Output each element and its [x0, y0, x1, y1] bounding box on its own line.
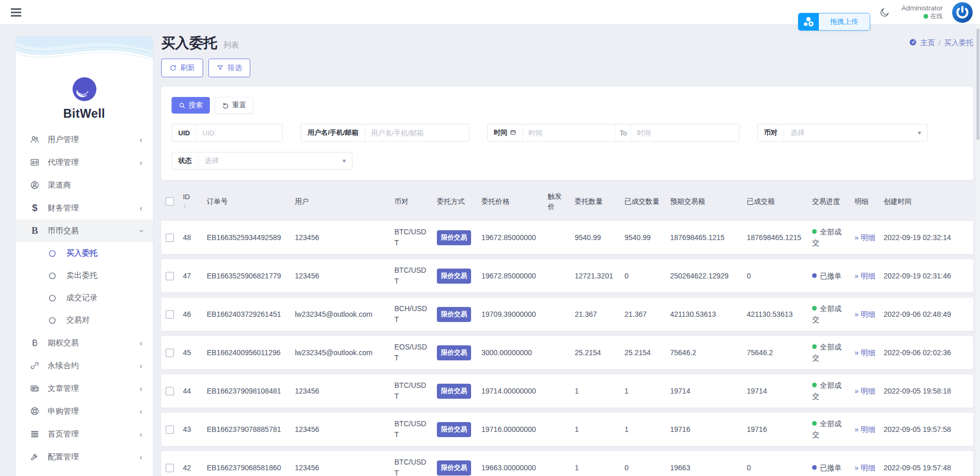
- detail-link[interactable]: » 明细: [855, 425, 875, 433]
- sidebar: BitWell 用户管理 ‹ 代理管理 ‹ 渠道商 $ 财务管理 ‹ B 币币交…: [16, 36, 153, 476]
- detail-link[interactable]: » 明细: [855, 272, 875, 280]
- sidebar-item-article-management[interactable]: 文章管理 ‹: [16, 377, 153, 400]
- sidebar-item-options-trading[interactable]: 期权交易 ‹: [16, 331, 153, 354]
- sidebar-item-finance-management[interactable]: $ 财务管理 ‹: [16, 197, 153, 219]
- sidebar-item-trading-pairs[interactable]: 交易对: [16, 309, 153, 331]
- cell-user: 123456: [291, 221, 390, 254]
- detail-link[interactable]: » 明细: [855, 387, 875, 395]
- row-checkbox[interactable]: [165, 425, 174, 434]
- link-icon: [29, 361, 40, 370]
- cell-amount: 25.2154: [571, 336, 620, 369]
- order-type-badge: 限价交易: [437, 422, 471, 437]
- avatar[interactable]: [952, 2, 973, 23]
- scrollbar-track[interactable]: [976, 24, 980, 476]
- uid-input[interactable]: [196, 124, 282, 141]
- user-menu[interactable]: Administrator 在线: [901, 4, 943, 21]
- calendar-icon: [510, 129, 516, 137]
- row-select-cell: [161, 298, 179, 331]
- sidebar-nav: 用户管理 ‹ 代理管理 ‹ 渠道商 $ 财务管理 ‹ B 币币交易 ‹ 买入委托…: [16, 128, 153, 476]
- filter-button[interactable]: 筛选: [208, 59, 250, 77]
- cell-created: 2022-09-05 19:57:58: [879, 413, 973, 446]
- sort-asc-icon[interactable]: ↑: [183, 202, 198, 211]
- cell-trigger-price: [544, 259, 571, 292]
- sidebar-item-agent-management[interactable]: 代理管理 ‹: [16, 151, 153, 174]
- cell-progress: 全部成交: [808, 374, 850, 408]
- row-select-cell: [161, 413, 179, 446]
- select-all-checkbox[interactable]: [165, 197, 174, 206]
- sidebar-item-risk-management[interactable]: 风控管理 ‹: [16, 468, 153, 476]
- cell-created: 2022-09-05 19:58:18: [879, 374, 973, 408]
- sidebar-item-homepage-management[interactable]: 首页管理 ‹: [16, 423, 153, 445]
- column-header-id[interactable]: ID↑: [179, 185, 203, 216]
- brand-logo[interactable]: [16, 77, 153, 102]
- cell-filled-qty: 9540.99: [620, 221, 666, 254]
- cell-order-type: 限价交易: [433, 298, 477, 331]
- sidebar-item-sell-orders[interactable]: 卖出委托: [16, 264, 153, 287]
- row-checkbox[interactable]: [165, 310, 174, 319]
- chevron-left-icon: ‹: [139, 407, 143, 416]
- caret-down-icon: ▾: [343, 157, 346, 164]
- user-input[interactable]: [365, 124, 469, 141]
- row-checkbox[interactable]: [165, 387, 174, 396]
- detail-link[interactable]: » 明细: [855, 233, 875, 242]
- column-header-user: 用户: [291, 185, 390, 216]
- detail-link[interactable]: » 明细: [855, 310, 875, 318]
- sidebar-item-config-management[interactable]: 配置管理 ‹: [16, 445, 153, 468]
- drag-upload-button[interactable]: 拖拽上传: [819, 13, 870, 31]
- search-icon: [179, 102, 186, 109]
- detail-link[interactable]: » 明细: [855, 464, 875, 472]
- detail-link[interactable]: » 明细: [855, 348, 875, 357]
- row-checkbox[interactable]: [165, 272, 174, 281]
- brand-name[interactable]: BitWell: [16, 107, 153, 121]
- cell-trigger-price: [544, 451, 571, 476]
- cell-pair: BTC/USDT: [390, 374, 433, 408]
- drag-upload-widget[interactable]: 拖拽上传: [798, 13, 870, 31]
- status-dot-icon: [812, 273, 817, 278]
- cell-expected-amount: 421130.53613: [666, 298, 743, 331]
- time-to-label: To: [615, 124, 632, 141]
- sidebar-item-subscription-management[interactable]: 申购管理 ‹: [16, 400, 153, 423]
- sidebar-item-trade-records[interactable]: 成交记录: [16, 287, 153, 309]
- bitcoin-icon: [29, 338, 40, 347]
- reset-button[interactable]: 重置: [215, 97, 253, 114]
- filter-label: 筛选: [228, 63, 242, 73]
- time-to-input[interactable]: [631, 124, 739, 141]
- cell-order-no: EB1662403729261451: [203, 298, 291, 331]
- breadcrumb-home-link[interactable]: 主页: [920, 38, 935, 48]
- brand-logo-icon: [72, 77, 97, 102]
- column-header-order_no: 订单号: [203, 185, 291, 216]
- user-name: Administrator: [901, 4, 943, 13]
- time-label: 时间: [488, 124, 523, 141]
- row-checkbox[interactable]: [165, 464, 174, 472]
- column-header-detail: 明细: [850, 185, 879, 216]
- search-button[interactable]: 搜索: [172, 97, 210, 114]
- cell-trigger-price: [544, 374, 571, 408]
- cell-detail: » 明细: [850, 259, 879, 292]
- newspaper-icon: [29, 384, 40, 393]
- sidebar-item-channel-dealer[interactable]: 渠道商: [16, 174, 153, 197]
- time-from-input[interactable]: [523, 124, 615, 141]
- pair-select[interactable]: 选择 ▾: [784, 124, 927, 141]
- order-type-badge: 限价交易: [437, 230, 471, 245]
- cell-price: 19663.00000000: [477, 451, 544, 476]
- dark-mode-toggle[interactable]: [877, 5, 892, 20]
- cell-detail: » 明细: [850, 221, 879, 254]
- cell-price: 19714.00000000: [477, 374, 544, 408]
- sidebar-wave-decoration: [16, 36, 153, 68]
- cell-expected-amount: 19714: [666, 374, 743, 408]
- sidebar-item-user-management[interactable]: 用户管理 ‹: [16, 128, 153, 151]
- refresh-button[interactable]: 刷新: [161, 59, 203, 77]
- scrollbar-thumb[interactable]: [976, 29, 979, 140]
- sidebar-item-spot-trading[interactable]: B 币币交易 ‹: [16, 219, 153, 242]
- status-select[interactable]: 选择 ▾: [198, 152, 352, 169]
- cell-order-no: EB1662379078885781: [203, 413, 291, 446]
- sidebar-item-perpetual-contract[interactable]: 永续合约 ‹: [16, 354, 153, 377]
- cell-order-no: EB1662400956011296: [203, 336, 291, 369]
- cell-filled-qty: 25.2154: [620, 336, 666, 369]
- row-checkbox[interactable]: [165, 233, 174, 242]
- sidebar-item-buy-orders[interactable]: 买入委托: [16, 242, 153, 264]
- cell-filled-qty: 21.367: [620, 298, 666, 331]
- status-label: 状态: [172, 152, 198, 169]
- menu-toggle-button[interactable]: [8, 5, 24, 20]
- row-checkbox[interactable]: [165, 348, 174, 357]
